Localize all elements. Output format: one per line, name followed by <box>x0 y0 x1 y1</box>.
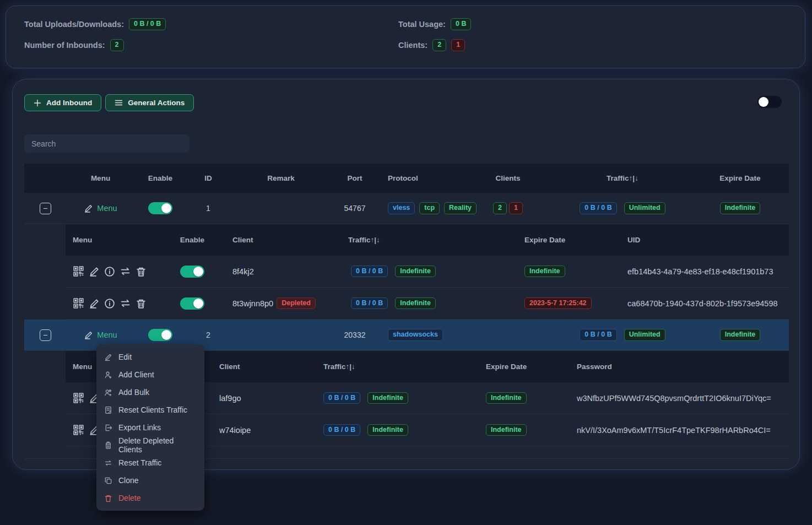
stat-inbounds-label: Number of Inbounds: <box>24 41 105 50</box>
inbound-1-traffic-badge: 0 B / 0 B <box>580 202 616 214</box>
header-menu: Menu <box>66 164 135 193</box>
clients-1-header-client: Client <box>214 224 343 256</box>
inbound-2-protocol-tags: shadowsocks <box>388 329 443 341</box>
inbound-2-menu-label: Menu <box>97 331 117 339</box>
header-port: Port <box>331 164 378 193</box>
client-enable-toggle[interactable] <box>180 266 204 278</box>
client-expire-badge: Indefinite <box>486 392 527 404</box>
client-traffic-badge: 0 B / 0 B <box>323 392 360 404</box>
header-clients: Clients <box>462 164 554 193</box>
inbound-2-expire-badge: Indefinite <box>720 329 761 341</box>
qr-code-icon[interactable] <box>73 297 84 309</box>
header-protocol: Protocol <box>378 164 462 193</box>
reset-traffic-icon <box>104 459 112 467</box>
inbound-1-clients-table: Menu Enable Client Traffic↑|↓ Expire Dat… <box>66 224 789 320</box>
clients-1-header-traffic[interactable]: Traffic↑|↓ <box>343 224 519 256</box>
clients-2-header-client: Client <box>214 351 315 382</box>
inbound-1-clients-badges: 2 1 <box>493 202 523 214</box>
menu-item-reset-clients-traffic[interactable]: Reset Clients Traffic <box>96 401 204 419</box>
edit-icon <box>104 353 112 361</box>
client-name: 8t3wjnn8p0 <box>232 299 273 308</box>
refresh-icon[interactable] <box>741 98 751 107</box>
client-expire-badge: Indefinite <box>524 266 565 278</box>
toolbar: Add Inbound General Actions <box>24 94 194 111</box>
depleted-badge: Depleted <box>277 297 316 310</box>
plus-icon <box>34 99 41 107</box>
qr-code-icon[interactable] <box>73 266 84 277</box>
clients-2-header-traffic[interactable]: Traffic↑|↓ <box>315 351 480 382</box>
inbound-1-expire-badge: Indefinite <box>720 202 761 214</box>
header-remark: Remark <box>231 164 331 193</box>
client-traffic-limit-badge: Indefinite <box>395 297 436 310</box>
header-traffic[interactable]: Traffic↑|↓ <box>554 164 691 193</box>
inbound-2-enable-toggle[interactable] <box>148 329 172 341</box>
clients-1-header-menu: Menu <box>66 224 170 256</box>
menu-item-export-links[interactable]: Export Links <box>96 419 204 436</box>
clients-2-header-password: Password <box>572 351 789 382</box>
inbound-1-menu-button[interactable]: Menu <box>84 204 117 213</box>
clients-1-header-enable: Enable <box>170 224 214 256</box>
add-client-icon <box>104 371 112 379</box>
edit-icon[interactable] <box>89 298 100 309</box>
edit-icon[interactable] <box>89 266 100 277</box>
general-actions-button[interactable]: General Actions <box>105 94 194 111</box>
menu-item-delete[interactable]: Delete <box>96 489 204 507</box>
delete-depleted-clients-icon <box>104 441 112 450</box>
stat-usage-value-badge: 0 B <box>451 18 471 30</box>
stat-clients-active-badge: 2 <box>432 39 446 51</box>
clients-2-header-expire: Expire Date <box>480 351 572 382</box>
client-expire-badge: 2023-5-7 17:25:42 <box>524 297 592 310</box>
qr-code-icon[interactable] <box>73 392 84 404</box>
clone-icon <box>104 477 112 485</box>
stat-clients-depleted-badge: 1 <box>451 39 465 51</box>
inbound-2-traffic-badge: 0 B / 0 B <box>580 329 616 341</box>
client-traffic-badge: 0 B / 0 B <box>351 266 388 278</box>
menu-item-add-client[interactable]: Add Client <box>96 366 204 383</box>
inbound-1-port: 54767 <box>331 193 378 224</box>
inbound-1-id: 1 <box>186 193 231 224</box>
header-id: ID <box>186 164 231 193</box>
add-inbound-button[interactable]: Add Inbound <box>24 94 101 111</box>
add-inbound-label: Add Inbound <box>46 99 92 107</box>
protocol-tag-vless: vless <box>388 202 415 214</box>
dark-mode-toggle[interactable] <box>757 96 782 108</box>
reset-traffic-icon[interactable] <box>120 266 131 277</box>
collapse-row-button[interactable] <box>40 329 51 341</box>
client-traffic-badge: 0 B / 0 B <box>351 297 388 310</box>
client-uid: ca68470b-1940-437d-802b-1f9573e94598 <box>627 299 778 308</box>
stat-clients: Clients: 2 1 <box>398 38 805 52</box>
edit-icon <box>84 331 93 340</box>
inbound-2-clients <box>462 320 554 350</box>
menu-item-clone[interactable]: Clone <box>96 472 204 489</box>
info-icon[interactable] <box>104 266 115 277</box>
inbound-2-remark <box>231 320 331 350</box>
reset-traffic-icon[interactable] <box>120 297 131 309</box>
client-name: laf9go <box>219 394 241 403</box>
menu-item-add-bulk[interactable]: Add Bulk <box>96 383 204 401</box>
clients-1-header-expire: Expire Date <box>519 224 622 256</box>
client-expire-badge: Indefinite <box>486 424 527 436</box>
client-password: w3NfbzUPf5WWd745Q8pvsmQrdrttT2IO6knuI7Di… <box>577 394 771 403</box>
client-row-8t3wjnn8p0: 8t3wjnn8p0 Depleted 0 B / 0 B Indefinite… <box>66 288 789 320</box>
collapse-row-button[interactable] <box>40 203 51 214</box>
inbound-2-traffic-limit-badge: Unlimited <box>624 329 665 341</box>
menu-item-reset-traffic[interactable]: Reset Traffic <box>96 454 204 472</box>
menu-item-edit[interactable]: Edit <box>96 348 204 366</box>
inbound-1-clients-active: 2 <box>493 202 507 214</box>
inbound-2-port: 20332 <box>331 320 378 350</box>
info-icon[interactable] <box>104 298 115 309</box>
search-input[interactable] <box>24 134 190 153</box>
inbound-1-menu-label: Menu <box>97 204 117 213</box>
client-enable-toggle[interactable] <box>180 297 204 310</box>
inbound-1-enable-toggle[interactable] <box>148 202 172 214</box>
client-password: nkV/I/3XoAm9v6xMT/T5IcrF4TpeTKF98rHARbRo… <box>577 426 771 435</box>
menu-item-delete-depleted-clients[interactable]: Delete Depleted Clients <box>96 436 204 454</box>
delete-client-icon[interactable] <box>136 266 147 277</box>
inbound-2-menu-button[interactable]: Menu <box>84 331 117 340</box>
client-name: w74ioipe <box>219 426 251 435</box>
delete-client-icon[interactable] <box>136 298 147 309</box>
qr-code-icon[interactable] <box>73 424 84 436</box>
clients-1-header: Menu Enable Client Traffic↑|↓ Expire Dat… <box>66 224 789 256</box>
stat-total-usage: Total Usage: 0 B <box>398 17 805 31</box>
stat-clients-label: Clients: <box>398 41 427 50</box>
